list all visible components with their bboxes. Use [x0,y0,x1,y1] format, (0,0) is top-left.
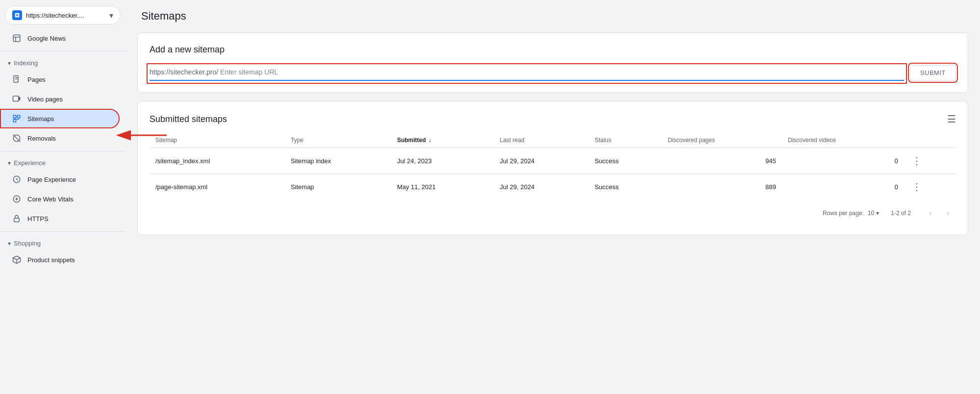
google-news-icon [12,33,22,43]
experience-section-label: Experience [14,159,46,167]
shopping-collapse-icon: ▾ [8,240,11,247]
svg-rect-0 [13,35,20,42]
sort-down-icon: ↓ [428,137,431,144]
pages-label: Pages [27,76,46,83]
sidebar-item-core-web-vitals[interactable]: Core Web Vitals [0,189,120,209]
core-web-vitals-icon [12,194,22,204]
cell-last-read-0: Jul 29, 2024 [494,148,589,174]
sidebar-item-pages[interactable]: Pages [0,70,120,89]
sidebar-item-product-snippets[interactable]: Product snippets [0,250,120,270]
cell-videos-1: 0 [782,174,904,200]
cell-type-1: Sitemap [285,174,391,200]
submit-button[interactable]: SUBMIT [910,65,956,81]
https-icon [12,214,22,223]
cell-pages-1: 889 [662,174,782,200]
svg-rect-6 [13,96,19,101]
cell-sitemap-1: /page-sitemap.xml [150,174,285,200]
more-options-icon[interactable]: ⋮ [910,153,924,168]
svg-rect-10 [13,120,16,122]
cell-submitted-0: Jul 24, 2023 [391,148,494,174]
next-page-button[interactable]: › [940,205,956,221]
rows-per-page-value: 10 [868,210,874,217]
sitemaps-table: Sitemap Type Submitted ↓ Last read Statu… [150,133,956,199]
cell-submitted-1: May 11, 2021 [391,174,494,200]
sidebar-item-video-pages[interactable]: Video pages [0,89,120,109]
experience-section-header[interactable]: ▾ Experience [0,154,126,170]
url-input-group: https://sitechecker.pro/ [150,66,904,81]
svg-rect-8 [13,115,16,118]
url-prefix: https://sitechecker.pro/ [150,68,218,76]
svg-marker-7 [19,97,20,101]
divider-2 [0,151,126,151]
page-experience-label: Page Experience [27,176,76,183]
removals-icon [12,133,22,143]
site-selector[interactable]: https://sitechecker.... ▾ [5,6,121,25]
more-options-icon[interactable]: ⋮ [910,179,924,194]
rows-per-page-label: Rows per page: [823,210,864,217]
sitemap-url-input[interactable] [220,66,904,78]
pagination-buttons: ‹ › [923,205,956,221]
cell-videos-0: 0 [782,148,904,174]
col-status: Status [589,133,662,148]
prev-page-button[interactable]: ‹ [923,205,938,221]
filter-icon[interactable]: ☰ [947,113,956,125]
main-content: Sitemaps Add a new sitemap https://sitec… [126,0,980,394]
shopping-section-header[interactable]: ▾ Shopping [0,235,126,250]
cell-more-0[interactable]: ⋮ [904,148,956,174]
table-row: /page-sitemap.xml Sitemap May 11, 2021 J… [150,174,956,200]
page-experience-icon [12,174,22,184]
rows-per-page: Rows per page: 10 ▾ [823,210,879,217]
shopping-section-label: Shopping [14,240,41,247]
sidebar-item-https[interactable]: HTTPS [0,209,120,228]
video-pages-icon [12,94,22,104]
divider [0,51,126,51]
col-discovered-pages: Discovered pages [662,133,782,148]
rows-per-page-select[interactable]: 10 ▾ [868,210,879,217]
cell-sitemap-0: /sitemap_index.xml [150,148,285,174]
google-news-label: Google News [27,35,66,42]
sitemaps-icon [12,114,22,123]
rows-per-page-dropdown-icon: ▾ [876,210,879,217]
svg-rect-19 [14,218,20,222]
col-type: Type [285,133,391,148]
submitted-sitemaps-card: Submitted sitemaps ☰ Sitemap Type Submit… [137,101,968,235]
removals-label: Removals [27,135,56,142]
section-collapse-icon: ▾ [8,60,11,67]
cell-pages-0: 945 [662,148,782,174]
video-pages-label: Video pages [27,96,63,103]
sitemaps-label: Sitemaps [27,115,54,123]
cell-status-1: Success [589,174,662,200]
sidebar-item-page-experience[interactable]: Page Experience [0,170,120,189]
col-sitemap: Sitemap [150,133,285,148]
table-footer: Rows per page: 10 ▾ 1-2 of 2 ‹ › [150,199,956,223]
cell-type-0: Sitemap index [285,148,391,174]
cell-status-0: Success [589,148,662,174]
core-web-vitals-label: Core Web Vitals [27,196,73,203]
divider-3 [0,231,126,232]
table-row: /sitemap_index.xml Sitemap index Jul 24,… [150,148,956,174]
sidebar-item-google-news[interactable]: Google News [0,28,120,48]
sidebar-item-removals[interactable]: Removals [0,128,120,148]
submitted-sitemaps-title: Submitted sitemaps [150,114,227,124]
product-snippets-label: Product snippets [27,256,75,264]
sidebar-item-sitemaps[interactable]: Sitemaps [0,109,120,128]
svg-rect-9 [18,115,20,118]
add-sitemap-title: Add a new sitemap [150,45,956,55]
product-snippets-icon [12,255,22,265]
page-title: Sitemaps [141,10,968,23]
col-discovered-videos: Discovered videos [782,133,904,148]
add-sitemap-form: https://sitechecker.pro/ SUBMIT [150,65,956,81]
add-sitemap-card: Add a new sitemap https://sitechecker.pr… [137,32,968,93]
indexing-section-header[interactable]: ▾ Indexing [0,54,126,70]
site-url-text: https://sitechecker.... [26,12,105,19]
indexing-section-label: Indexing [14,59,38,67]
pagination-info: 1-2 of 2 [891,210,911,217]
cell-more-1[interactable]: ⋮ [904,174,956,200]
site-favicon-icon [12,10,22,20]
pages-icon [12,74,22,84]
table-header-row: Submitted sitemaps ☰ [150,113,956,125]
col-submitted[interactable]: Submitted ↓ [391,133,494,148]
col-last-read: Last read [494,133,589,148]
dropdown-arrow-icon: ▾ [109,11,113,20]
experience-collapse-icon: ▾ [8,160,11,167]
